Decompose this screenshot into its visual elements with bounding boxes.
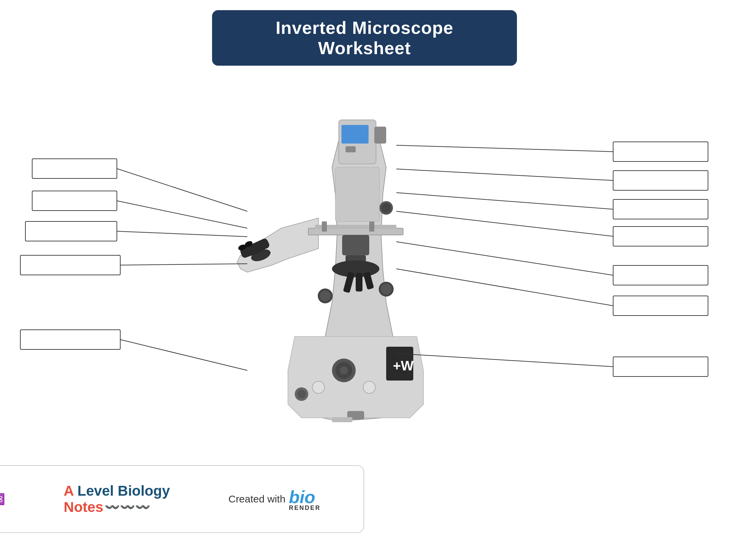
label-box-right-4 bbox=[613, 227, 708, 246]
label-box-right-5 bbox=[613, 265, 708, 285]
svg-point-10 bbox=[381, 203, 391, 213]
microscope-illustration: +W bbox=[237, 120, 423, 422]
label-box-right-7 bbox=[613, 357, 708, 376]
svg-point-30 bbox=[340, 366, 348, 374]
atom-icon: ⚛️ bbox=[0, 493, 5, 505]
page-title: Inverted Microscope Worksheet bbox=[232, 18, 497, 58]
connector-left-5 bbox=[120, 340, 247, 370]
svg-rect-8 bbox=[374, 127, 386, 144]
connector-left-4 bbox=[120, 264, 247, 265]
diagram-svg: +W bbox=[10, 79, 719, 445]
connector-right-4 bbox=[396, 211, 613, 236]
label-box-right-3 bbox=[613, 199, 708, 219]
connector-right-7 bbox=[396, 353, 613, 367]
svg-rect-13 bbox=[322, 221, 327, 232]
connector-left-3 bbox=[117, 231, 247, 237]
label-box-right-1 bbox=[613, 142, 708, 161]
connector-right-5 bbox=[396, 242, 613, 275]
label-box-left-2 bbox=[32, 191, 117, 211]
a-level-biology-brand: A Level Biology Notes 〰️〰️〰️ bbox=[64, 483, 170, 515]
chemistry-notes-brand: The Chemistry Notes ⚛️ bbox=[0, 477, 5, 522]
svg-rect-14 bbox=[369, 221, 374, 232]
svg-point-25 bbox=[381, 284, 392, 295]
biorender-section: Created with bio RENDER bbox=[228, 487, 320, 512]
main-area: +W bbox=[10, 79, 719, 533]
svg-rect-6 bbox=[341, 125, 369, 144]
render-text: RENDER bbox=[289, 504, 321, 512]
svg-point-36 bbox=[297, 390, 306, 399]
svg-rect-34 bbox=[332, 417, 352, 422]
biorender-logo: bio RENDER bbox=[289, 487, 321, 512]
label-box-right-6 bbox=[613, 296, 708, 316]
svg-text:+W: +W bbox=[393, 358, 414, 373]
page-container: Inverted Microscope Worksheet bbox=[0, 0, 729, 560]
svg-rect-21 bbox=[335, 167, 379, 221]
title-bar: Inverted Microscope Worksheet bbox=[212, 10, 517, 66]
footer-bar: Microbe Notes The Biology Notes 🧬 The bbox=[0, 465, 364, 533]
a-level-notes-row: Notes 〰️〰️〰️ bbox=[64, 499, 170, 515]
svg-rect-15 bbox=[342, 235, 369, 255]
svg-rect-19 bbox=[356, 273, 362, 292]
connector-right-3 bbox=[396, 193, 613, 209]
svg-rect-12 bbox=[315, 225, 396, 229]
label-box-left-1 bbox=[32, 159, 117, 178]
svg-point-23 bbox=[320, 290, 331, 301]
bio-render-bio: bio bbox=[289, 487, 315, 507]
connector-right-2 bbox=[396, 169, 613, 180]
label-box-left-3 bbox=[25, 221, 117, 241]
connector-right-1 bbox=[396, 145, 613, 152]
label-box-left-5 bbox=[20, 330, 120, 349]
svg-point-31 bbox=[312, 381, 325, 393]
created-with-text: Created with bbox=[228, 493, 285, 505]
connector-right-6 bbox=[396, 269, 613, 306]
label-box-left-4 bbox=[20, 255, 120, 275]
svg-point-32 bbox=[363, 381, 375, 393]
label-box-right-2 bbox=[613, 171, 708, 190]
a-level-text: A Level Biology bbox=[64, 483, 170, 499]
svg-rect-7 bbox=[346, 146, 356, 152]
